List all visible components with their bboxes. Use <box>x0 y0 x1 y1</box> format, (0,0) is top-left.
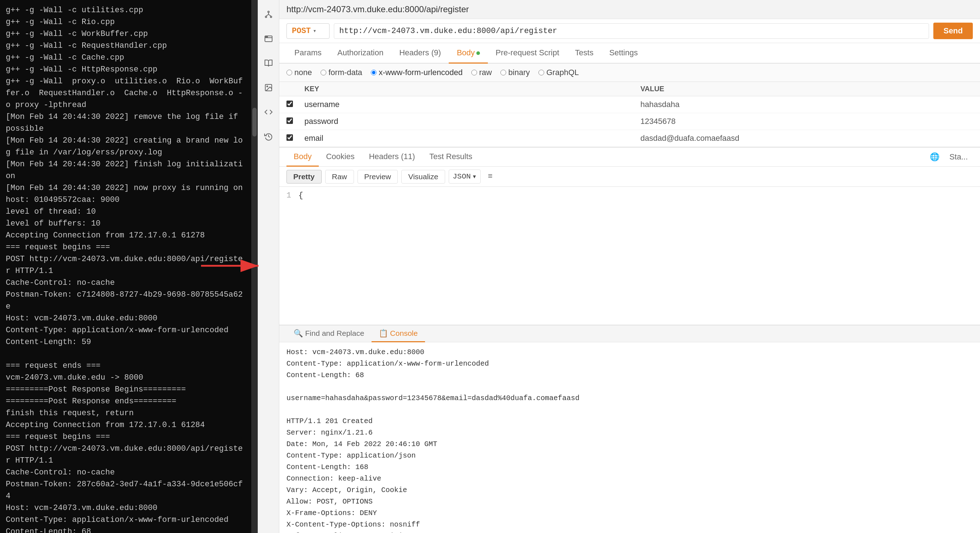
json-format-select[interactable]: JSON ▾ <box>449 169 480 184</box>
url-display-text: http://vcm-24073.vm.duke.edu:8000/api/re… <box>286 4 469 14</box>
raw-button[interactable]: Raw <box>325 170 354 184</box>
row2-checkbox[interactable] <box>286 117 293 124</box>
console-line: Content-Type: application/x-www-form-url… <box>286 358 973 370</box>
postman-main: http://vcm-24073.vm.duke.edu:8000/api/re… <box>258 0 980 533</box>
svg-point-1 <box>265 16 267 18</box>
console-line: X-Frame-Options: DENY <box>286 507 973 519</box>
console-line: X-Content-Type-Options: nosniff <box>286 519 973 530</box>
tab-params[interactable]: Params <box>286 43 329 64</box>
kv-row: email dasdad@duafa.comaefaasd <box>279 130 980 147</box>
console-line <box>286 404 973 416</box>
method-select[interactable]: POST ▾ <box>286 23 329 39</box>
value-column-header: VALUE <box>637 85 973 93</box>
radio-none[interactable]: none <box>286 68 312 77</box>
postman-panel: http://vcm-24073.vm.duke.edu:8000/api/re… <box>258 0 980 533</box>
console-line: Server: nginx/1.21.6 <box>286 427 973 439</box>
request-row: POST ▾ Send <box>279 19 980 43</box>
code-icon[interactable] <box>261 105 276 119</box>
tab-settings[interactable]: Settings <box>601 43 646 64</box>
key-column-header: KEY <box>301 85 637 93</box>
svg-point-9 <box>267 37 267 37</box>
radio-x-www-form-urlencoded[interactable]: x-www-form-urlencoded <box>371 68 463 77</box>
row1-value: hahasdaha <box>637 100 973 109</box>
history-icon[interactable] <box>261 129 276 144</box>
svg-point-8 <box>266 37 266 37</box>
console-line: Connection: keep-alive <box>286 473 973 485</box>
bottom-panel: 🔍 Find and Replace 📋 Console Host: vcm-2… <box>279 325 980 533</box>
json-line: { <box>298 191 303 200</box>
bottom-tabs-row: 🔍 Find and Replace 📋 Console <box>279 326 980 342</box>
kv-table-header: KEY VALUE <box>279 82 980 96</box>
search-icon: 🔍 <box>294 329 303 338</box>
console-line: Allow: POST, OPTIONS <box>286 496 973 507</box>
tab-authorization[interactable]: Authorization <box>329 43 391 64</box>
format-row: Pretty Raw Preview Visualize JSON ▾ ≡ <box>279 167 980 187</box>
terminal-panel: g++ -g -Wall -c utilities.cpp g++ -g -Wa… <box>0 0 251 533</box>
row2-key: password <box>301 117 637 126</box>
bottom-tab-find-replace[interactable]: 🔍 Find and Replace <box>286 326 372 342</box>
globe-icon[interactable]: 🌐 <box>925 149 945 165</box>
resp-tab-test-results[interactable]: Test Results <box>422 148 480 167</box>
tab-pre-request[interactable]: Pre-request Script <box>488 43 567 64</box>
console-line: Vary: Accept, Origin, Cookie <box>286 485 973 496</box>
svg-point-2 <box>270 16 272 18</box>
resp-tab-body[interactable]: Body <box>286 148 319 167</box>
chevron-down-icon: ▾ <box>472 172 477 181</box>
console-label: Console <box>390 329 418 338</box>
row2-value: 12345678 <box>637 117 973 126</box>
radio-binary[interactable]: binary <box>500 68 530 77</box>
scrollbar-thumb[interactable] <box>252 108 257 136</box>
row1-checkbox[interactable] <box>286 101 293 107</box>
sidebar-icons <box>258 0 279 533</box>
preview-button[interactable]: Preview <box>358 170 398 184</box>
svg-point-11 <box>267 86 268 87</box>
svg-line-4 <box>266 14 269 16</box>
console-line: Date: Mon, 14 Feb 2022 20:46:10 GMT <box>286 439 973 450</box>
find-replace-label: Find and Replace <box>305 329 364 338</box>
response-tabs-row: Body Cookies Headers (11) Test Results 🌐… <box>279 147 980 167</box>
resp-tab-cookies[interactable]: Cookies <box>319 148 361 167</box>
postman-content: http://vcm-24073.vm.duke.edu:8000/api/re… <box>279 0 980 533</box>
console-icon: 📋 <box>379 329 388 338</box>
row3-checkbox[interactable] <box>286 134 293 141</box>
network-icon[interactable] <box>261 7 276 22</box>
console-line: Referrer-Policy: same-origin <box>286 530 973 533</box>
status-text: Sta... <box>945 149 973 164</box>
tab-body[interactable]: Body <box>449 43 487 64</box>
row3-key: email <box>301 134 637 143</box>
svg-line-5 <box>269 14 271 16</box>
radio-raw[interactable]: raw <box>471 68 492 77</box>
json-content: 1{ <box>279 187 980 325</box>
tab-tests[interactable]: Tests <box>567 43 601 64</box>
svg-point-0 <box>268 11 269 13</box>
radio-form-data[interactable]: form-data <box>321 68 362 77</box>
body-options: none form-data x-www-form-urlencoded raw… <box>279 64 980 82</box>
console-line <box>286 381 973 393</box>
console-line: username=hahasdaha&password=12345678&ema… <box>286 393 973 404</box>
terminal-output: g++ -g -Wall -c utilities.cpp g++ -g -Wa… <box>6 4 245 533</box>
send-button[interactable]: Send <box>933 22 973 39</box>
request-tabs-row: Params Authorization Headers (9) Body Pr… <box>279 43 980 64</box>
image-icon[interactable] <box>261 80 276 95</box>
line-number: 1 <box>286 191 291 200</box>
row1-key: username <box>301 100 637 109</box>
scrollbar[interactable] <box>251 0 258 533</box>
pretty-button[interactable]: Pretty <box>286 170 321 184</box>
resp-tab-headers[interactable]: Headers (11) <box>362 148 422 167</box>
console-line: Content-Length: 68 <box>286 370 973 381</box>
book-icon[interactable] <box>261 56 276 70</box>
row3-value: dasdad@duafa.comaefaasd <box>637 134 973 143</box>
kv-row: username hahasdaha <box>279 96 980 113</box>
chevron-down-icon: ▾ <box>313 27 317 35</box>
console-content-area: Host: vcm-24073.vm.duke.edu:8000Content-… <box>279 342 980 533</box>
bottom-tab-console[interactable]: 📋 Console <box>372 326 425 342</box>
kv-row: password 12345678 <box>279 113 980 130</box>
browser-icon[interactable] <box>261 32 276 46</box>
request-url-input[interactable] <box>334 23 929 39</box>
radio-graphql[interactable]: GraphQL <box>538 68 579 77</box>
console-line: Content-Length: 168 <box>286 461 973 473</box>
console-line: Host: vcm-24073.vm.duke.edu:8000 <box>286 346 973 358</box>
visualize-button[interactable]: Visualize <box>401 170 445 184</box>
tab-headers[interactable]: Headers (9) <box>391 43 449 64</box>
wrap-button[interactable]: ≡ <box>484 170 496 183</box>
